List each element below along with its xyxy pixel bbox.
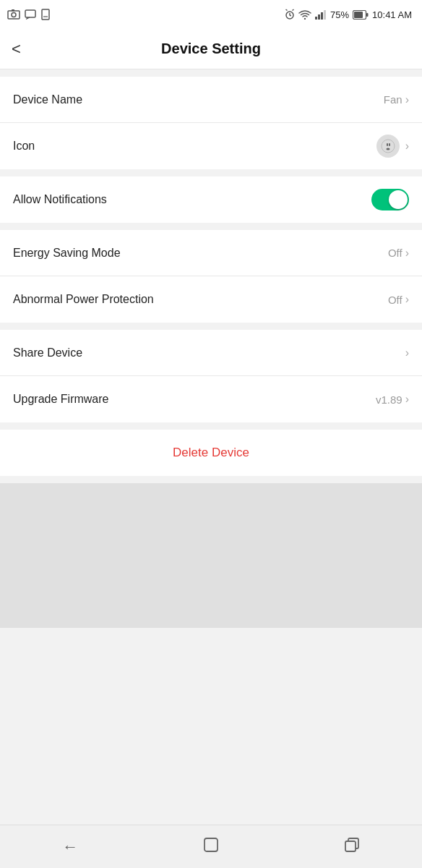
upgrade-firmware-label: Upgrade Firmware bbox=[13, 393, 108, 406]
outlet-icon bbox=[381, 139, 395, 153]
svg-point-22 bbox=[386, 148, 389, 150]
delete-device-button[interactable]: Delete Device bbox=[173, 446, 249, 460]
svg-rect-3 bbox=[25, 10, 35, 17]
status-left-icons bbox=[7, 9, 51, 20]
allow-notifications-label: Allow Notifications bbox=[13, 193, 107, 206]
energy-saving-value: Off bbox=[388, 247, 402, 259]
upgrade-firmware-value-group: v1.89 › bbox=[376, 393, 409, 406]
icon-label: Icon bbox=[13, 140, 35, 153]
svg-rect-14 bbox=[321, 12, 323, 20]
abnormal-power-chevron: › bbox=[405, 293, 409, 306]
section-power: Energy Saving Mode Off › Abnormal Power … bbox=[0, 230, 422, 323]
wifi-icon bbox=[298, 9, 311, 20]
section-device-info: Device Name Fan › Icon › bbox=[0, 77, 422, 169]
svg-rect-17 bbox=[354, 12, 363, 18]
svg-rect-13 bbox=[318, 14, 320, 20]
icon-value-group: › bbox=[376, 135, 409, 158]
svg-rect-21 bbox=[389, 143, 390, 146]
nav-recent-button[interactable] bbox=[344, 837, 360, 857]
page-header: < Device Setting bbox=[0, 29, 422, 69]
icon-row[interactable]: Icon › bbox=[0, 123, 422, 169]
section-notifications: Allow Notifications bbox=[0, 176, 422, 223]
upgrade-firmware-row[interactable]: Upgrade Firmware v1.89 › bbox=[0, 376, 422, 422]
svg-rect-0 bbox=[8, 11, 20, 19]
page-title: Device Setting bbox=[161, 41, 261, 57]
share-device-label: Share Device bbox=[13, 346, 82, 359]
status-right-icons: 75% 10:41 AM bbox=[285, 9, 412, 20]
time-display: 10:41 AM bbox=[372, 9, 412, 20]
toggle-thumb bbox=[389, 190, 408, 209]
svg-line-9 bbox=[286, 9, 288, 11]
svg-rect-15 bbox=[324, 10, 326, 20]
delete-section: Delete Device bbox=[0, 430, 422, 476]
battery-icon bbox=[353, 10, 369, 20]
device-name-value: Fan bbox=[384, 93, 402, 106]
signal-icon bbox=[315, 9, 327, 20]
device-name-chevron: › bbox=[405, 93, 409, 106]
device-name-label: Device Name bbox=[13, 93, 82, 106]
nav-back-button[interactable]: ← bbox=[62, 838, 78, 856]
svg-point-1 bbox=[12, 13, 16, 17]
home-square-icon bbox=[203, 837, 219, 853]
svg-point-19 bbox=[382, 140, 395, 153]
device-name-row[interactable]: Device Name Fan › bbox=[0, 77, 422, 123]
notifications-toggle[interactable] bbox=[371, 189, 409, 210]
back-button[interactable]: < bbox=[12, 40, 21, 59]
abnormal-power-label: Abnormal Power Protection bbox=[13, 293, 154, 306]
energy-saving-label: Energy Saving Mode bbox=[13, 247, 121, 260]
status-bar: 75% 10:41 AM bbox=[0, 0, 422, 29]
svg-rect-4 bbox=[42, 9, 49, 20]
allow-notifications-row[interactable]: Allow Notifications bbox=[0, 176, 422, 223]
svg-rect-23 bbox=[204, 838, 218, 851]
upgrade-firmware-chevron: › bbox=[405, 393, 409, 406]
energy-saving-chevron: › bbox=[405, 247, 409, 260]
svg-rect-2 bbox=[12, 9, 14, 12]
share-device-chevron: › bbox=[405, 346, 409, 359]
message-icon bbox=[25, 9, 36, 20]
svg-point-11 bbox=[304, 18, 306, 20]
abnormal-power-row[interactable]: Abnormal Power Protection Off › bbox=[0, 276, 422, 323]
svg-rect-12 bbox=[315, 17, 317, 20]
abnormal-power-value-group: Off › bbox=[388, 293, 409, 306]
bottom-nav: ← bbox=[0, 825, 422, 868]
svg-line-10 bbox=[293, 9, 294, 11]
svg-rect-20 bbox=[387, 143, 388, 146]
photo-icon bbox=[7, 9, 20, 20]
upgrade-firmware-value: v1.89 bbox=[376, 393, 402, 406]
alarm-icon bbox=[285, 9, 295, 20]
icon-chevron: › bbox=[405, 140, 409, 153]
energy-saving-value-group: Off › bbox=[388, 247, 409, 260]
abnormal-power-value: Off bbox=[388, 294, 402, 306]
section-device-management: Share Device › Upgrade Firmware v1.89 › bbox=[0, 330, 422, 422]
nav-home-button[interactable] bbox=[203, 837, 219, 856]
icon-thumbnail bbox=[376, 135, 400, 158]
energy-saving-row[interactable]: Energy Saving Mode Off › bbox=[0, 230, 422, 276]
svg-rect-24 bbox=[345, 841, 356, 851]
svg-rect-18 bbox=[366, 13, 369, 17]
storage-icon bbox=[40, 9, 51, 20]
device-name-value-group: Fan › bbox=[384, 93, 409, 106]
recent-apps-icon bbox=[344, 837, 360, 853]
bottom-gray-area bbox=[0, 483, 422, 628]
share-device-value-group: › bbox=[405, 346, 409, 359]
battery-percent: 75% bbox=[330, 9, 349, 20]
share-device-row[interactable]: Share Device › bbox=[0, 330, 422, 376]
